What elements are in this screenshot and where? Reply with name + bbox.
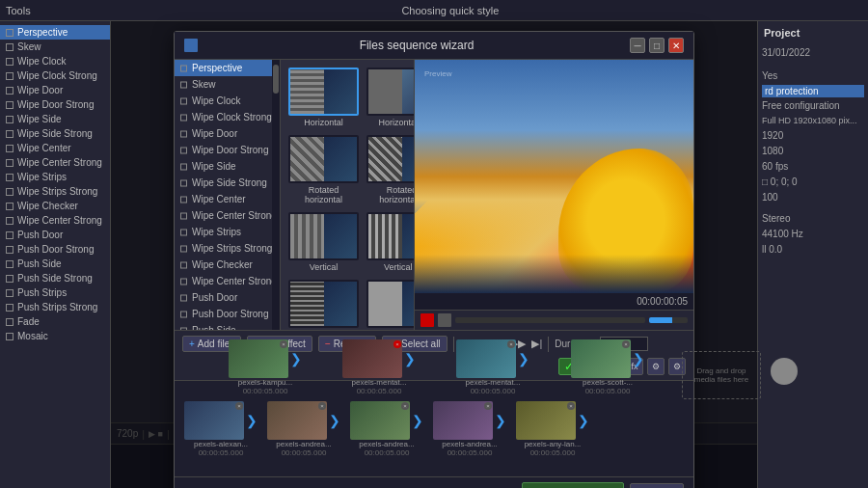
- transition-thumb-rotated-horizontal[interactable]: [288, 135, 359, 183]
- modal-titlebar: Files sequence wizard ─ □ ✕: [175, 32, 693, 60]
- file-thumb-3[interactable]: ×: [350, 401, 410, 440]
- left-panel-item-wipe-clock-strong[interactable]: Wipe Clock Strong: [0, 68, 110, 83]
- transition-horizontal[interactable]: Horizontal: [288, 68, 359, 127]
- transition-thumb-11[interactable]: [366, 280, 414, 328]
- left-panel-item-push-strips-strong[interactable]: Push Strips Strong: [0, 300, 110, 314]
- modal-left-item-push-door[interactable]: Push Door: [175, 289, 280, 306]
- modal-overlay: Files sequence wizard ─ □ ✕ Perspective …: [111, 21, 757, 488]
- left-panel-item-push-side-strong[interactable]: Push Side Strong: [0, 271, 110, 285]
- modal-left-item-wipe-clock-strong[interactable]: Wipe Clock Strong: [175, 109, 280, 125]
- modal-left-scrollbar[interactable]: [272, 60, 280, 330]
- file-thumb-5[interactable]: ×: [516, 401, 576, 440]
- preview-timecode: 00:00:00:05: [415, 293, 693, 310]
- file-thumb-wrapper-2: × ❯: [267, 401, 340, 440]
- apply-settings-button[interactable]: ✓ Apply settings: [522, 482, 624, 488]
- tools-menu[interactable]: Tools: [6, 5, 31, 16]
- modal-left-item-perspective[interactable]: Perspective: [175, 60, 280, 76]
- left-panel-item-push-strips[interactable]: Push Strips: [0, 285, 110, 300]
- file-thumb-4[interactable]: ×: [433, 401, 493, 440]
- modal-left-item-wipe-door-strong[interactable]: Wipe Door Strong: [175, 142, 280, 158]
- file-time-1: 00:00:05.000: [199, 448, 244, 457]
- modal-close-button[interactable]: ✕: [668, 38, 684, 53]
- transition-horizontal2[interactable]: Horizontal 2: [366, 68, 414, 127]
- right-panel-date: 31/01/2022: [762, 46, 864, 59]
- modal-left-item-wipe-side[interactable]: Wipe Side: [175, 158, 280, 175]
- modal-bottom-bar: ✓ Apply settings Cancel: [175, 476, 693, 488]
- modal-left-item-wipe-checker[interactable]: Wipe Checker: [175, 257, 280, 273]
- left-panel-item-push-door-strong[interactable]: Push Door Strong: [0, 242, 110, 257]
- transition-thumb-horizontal2[interactable]: [366, 68, 414, 116]
- preview-volume-bar[interactable]: [649, 317, 688, 323]
- file-close-5[interactable]: ×: [567, 402, 575, 410]
- transition-thumb-rotated-horizontal2[interactable]: [366, 135, 414, 183]
- file-name-6: pexels-kampu...: [238, 380, 292, 387]
- modal-left-item-wipe-center[interactable]: Wipe Center: [175, 191, 280, 207]
- modal-left-item-wipe-center-strong[interactable]: Wipe Center Strong: [175, 207, 280, 224]
- transition-rotated-horizontal[interactable]: Rotated horizontal: [288, 135, 359, 204]
- modal-minimize-button[interactable]: ─: [630, 38, 645, 53]
- left-panel-item-fade[interactable]: Fade: [0, 314, 110, 329]
- left-panel-item-wipe-door-strong[interactable]: Wipe Door Strong: [0, 97, 110, 112]
- transition-thumb-vertical[interactable]: [288, 212, 359, 260]
- modal-left-item-wipe-center-strong2[interactable]: Wipe Center Strong: [175, 273, 280, 289]
- file-name-7: pexels-mentat...: [352, 380, 407, 387]
- right-panel-yes: Yes: [762, 69, 864, 82]
- left-panel-item-skew[interactable]: Skew: [0, 40, 110, 54]
- preview-progress-bar[interactable]: [455, 317, 645, 323]
- modal-body: Perspective Skew Wipe Clock Wipe Clock S…: [175, 60, 693, 330]
- left-panel-item-wipe-strips[interactable]: Wipe Strips: [0, 170, 110, 184]
- left-panel-item-wipe-checker[interactable]: Wipe Checker: [0, 199, 110, 213]
- modal-left-item-push-door-strong[interactable]: Push Door Strong: [175, 306, 280, 322]
- file-thumb-1[interactable]: ×: [184, 401, 244, 440]
- preview-play-button[interactable]: [420, 313, 434, 327]
- topbar-title: Choosing quick style: [39, 5, 862, 16]
- left-panel-item-wipe-side-strong[interactable]: Wipe Side Strong: [0, 126, 110, 141]
- left-panel-item-wipe-strips-strong[interactable]: Wipe Strips Strong: [0, 184, 110, 199]
- transition-label-vertical2: Vertical 2: [384, 262, 414, 272]
- transition-label-vertical: Vertical: [310, 262, 339, 272]
- transition-thumb-horizontal[interactable]: [288, 68, 359, 116]
- file-item-4: × ❯ pexels-andrea... 00:00:05.000: [431, 401, 508, 457]
- drop-zone-area: Drag and dropmedia files here: [682, 380, 693, 399]
- transition-10[interactable]: [288, 280, 359, 330]
- minus-icon: −: [325, 339, 331, 349]
- left-panel-item-mosaic[interactable]: Mosaic: [0, 329, 110, 343]
- transition-rotated-horizontal2[interactable]: Rotated horizontal 2: [366, 135, 414, 204]
- left-panel-item-wipe-door[interactable]: Wipe Door: [0, 83, 110, 97]
- modal-left-item-wipe-clock[interactable]: Wipe Clock: [175, 93, 280, 109]
- modal-controls: ─ □ ✕: [630, 38, 684, 53]
- modal-maximize-button[interactable]: □: [649, 38, 665, 53]
- settings-icon-btn1[interactable]: ⚙: [647, 358, 665, 375]
- modal-left-item-wipe-strips[interactable]: Wipe Strips: [175, 224, 280, 240]
- file-close-3[interactable]: ×: [401, 402, 409, 410]
- file-close-2[interactable]: ×: [318, 402, 326, 410]
- modal-left-item-wipe-side-strong[interactable]: Wipe Side Strong: [175, 175, 280, 191]
- modal-left-item-push-side[interactable]: Push Side: [175, 322, 280, 330]
- left-panel-item-wipe-center[interactable]: Wipe Center: [0, 141, 110, 155]
- transition-label-horizontal2: Horizontal 2: [378, 118, 414, 127]
- left-panel-item-wipe-center-strong2[interactable]: Wipe Center Strong: [0, 213, 110, 228]
- modal-left-item-skew[interactable]: Skew: [175, 76, 280, 93]
- left-panel-item-wipe-clock[interactable]: Wipe Clock: [0, 54, 110, 68]
- drop-zone[interactable]: Drag and dropmedia files here: [682, 380, 693, 399]
- transition-vertical2[interactable]: Vertical 2: [366, 212, 414, 272]
- cancel-button[interactable]: Cancel: [630, 483, 684, 489]
- left-panel-item-push-door[interactable]: Push Door: [0, 228, 110, 242]
- transition-thumb-vertical2[interactable]: [366, 212, 414, 260]
- file-thumb-2[interactable]: ×: [267, 401, 327, 440]
- nav-end-icon[interactable]: ▶|: [531, 338, 542, 350]
- left-panel-item-wipe-center-strong[interactable]: Wipe Center Strong: [0, 155, 110, 170]
- modal-left-item-wipe-door[interactable]: Wipe Door: [175, 125, 280, 142]
- transition-thumb-10[interactable]: [288, 280, 359, 328]
- left-panel-item-wipe-side[interactable]: Wipe Side: [0, 112, 110, 126]
- left-panel-item-perspective[interactable]: Perspective: [0, 25, 110, 40]
- left-panel-item-push-side[interactable]: Push Side: [0, 257, 110, 271]
- transition-vertical[interactable]: Vertical: [288, 212, 359, 272]
- file-name-9: pexels-scott-...: [583, 380, 633, 387]
- file-close-1[interactable]: ×: [235, 402, 243, 410]
- preview-stop-button[interactable]: [438, 313, 451, 327]
- file-arrow-5: ❯: [578, 413, 589, 428]
- file-close-4[interactable]: ×: [484, 402, 492, 410]
- modal-left-item-wipe-strips-strong[interactable]: Wipe Strips Strong: [175, 240, 280, 257]
- transition-11[interactable]: [366, 280, 414, 330]
